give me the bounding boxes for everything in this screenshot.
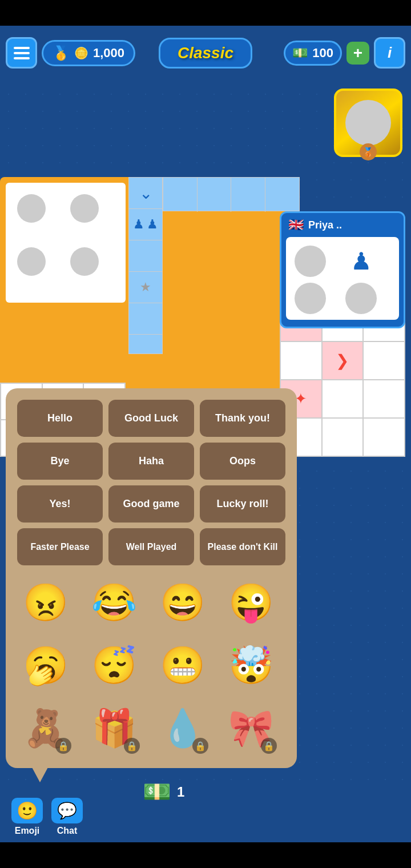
path-cell-6 [129, 335, 162, 366]
emoji-sticker-1[interactable]: 🧸🔒 [17, 700, 74, 757]
arrow-right-icon: ❯ [322, 341, 364, 380]
lock-icon-4: 🔒 [261, 738, 277, 754]
cell-4 [280, 341, 322, 380]
emoji-angry[interactable]: 😠 [17, 574, 74, 631]
cell-9 [363, 380, 405, 418]
player-avatar-frame: 🥉 [334, 89, 402, 163]
info-button[interactable]: i [374, 37, 405, 69]
chat-toolbar-btn[interactable]: 💬 Chat [51, 798, 83, 836]
dice-area: 💵 1 [143, 778, 184, 805]
blue-path-horizontal [163, 177, 300, 211]
cash-icon-small: 💵 [143, 778, 171, 805]
chat-good-game-button[interactable]: Good game [108, 485, 194, 523]
dice-count: 1 [177, 784, 184, 800]
menu-line-1 [14, 47, 30, 49]
chat-oops-button[interactable]: Oops [200, 443, 285, 480]
chat-bye-button[interactable]: Bye [17, 443, 103, 480]
emoji-sleepy[interactable]: 😴 [86, 637, 143, 694]
classic-logo: Classic [159, 38, 252, 69]
path-pieces: ♟ ♟ [129, 209, 162, 240]
chat-dont-kill-button[interactable]: Please don't Kill [200, 528, 285, 565]
header: 🥇 🪙 1,000 Classic 💵 100 + i [0, 26, 411, 80]
emoji-icon-box: 🙂 [11, 798, 43, 823]
blue-piece-path-1: ♟ [133, 217, 144, 232]
player-slot-1 [295, 246, 326, 277]
header-center: Classic [159, 38, 252, 69]
chat-good-luck-button[interactable]: Good Luck [108, 400, 194, 437]
lock-icon-1: 🔒 [55, 738, 71, 754]
emoji-surprised[interactable]: 🤯 [223, 637, 280, 694]
path-h-4 [265, 178, 300, 212]
classic-title: Classic [178, 44, 233, 62]
chat-hello-button[interactable]: Hello [17, 400, 103, 437]
player-slot-3 [295, 283, 326, 314]
path-h-1 [163, 178, 198, 212]
bottom-toolbar: 🙂 Emoji 💬 Chat [0, 791, 411, 842]
chevron-down-icon: ⌄ [129, 178, 162, 209]
coin-icon: 🪙 [74, 46, 88, 60]
cell-8 [322, 380, 364, 418]
chat-toolbar-label: Chat [57, 826, 78, 836]
emoji-grid: 😠 😂 😄 😜 🥱 😴 😬 🤯 🧸🔒 🎁🔒 💧🔒 🎀🔒 [17, 574, 285, 757]
blue-piece-path-2: ♟ [147, 217, 158, 232]
avatar-image [345, 100, 391, 146]
menu-line-2 [14, 52, 30, 54]
menu-line-3 [14, 57, 30, 59]
cell-6 [363, 341, 405, 380]
yellow-piece-3 [17, 247, 46, 276]
emoji-yawn[interactable]: 🥱 [17, 637, 74, 694]
chat-yes-button[interactable]: Yes! [17, 485, 103, 523]
medal-badge: 🥉 [360, 143, 377, 160]
emoji-nervous[interactable]: 😬 [154, 637, 211, 694]
player-panel-name: Priya .. [308, 219, 342, 231]
chat-well-played-button[interactable]: Well Played [108, 528, 194, 565]
path-cell-5 [129, 303, 162, 335]
chat-buttons-row-1: Hello Good Luck Thank you! Bye Haha Oops… [17, 400, 285, 565]
add-cash-button[interactable]: + [346, 42, 369, 65]
blue-path-vertical: ⌄ ♟ ♟ ★ [128, 177, 163, 354]
chat-panel: Hello Good Luck Thank you! Bye Haha Oops… [6, 388, 297, 768]
path-h-2 [198, 178, 232, 212]
cash-badge: 💵 100 [284, 41, 342, 66]
emoji-sticker-3[interactable]: 💧🔒 [154, 700, 211, 757]
chat-bubble-tail [31, 766, 49, 782]
yellow-piece-2 [70, 194, 99, 223]
chat-haha-button[interactable]: Haha [108, 443, 194, 480]
emoji-cry-laugh[interactable]: 😂 [86, 574, 143, 631]
emoji-toolbar-label: Emoji [15, 826, 40, 836]
header-left: 🥇 🪙 1,000 [6, 37, 135, 69]
uk-flag-icon: 🇬🇧 [288, 218, 304, 232]
path-h-3 [231, 178, 265, 212]
emoji-toolbar-btn[interactable]: 🙂 Emoji [11, 798, 43, 836]
cell-12 [363, 418, 405, 456]
trophy-icon: 🥇 [53, 45, 70, 61]
chat-icon-box: 💬 [51, 798, 83, 823]
navigation-bar [0, 842, 411, 868]
path-cell-3 [129, 240, 162, 272]
emoji-sticker-4[interactable]: 🎀🔒 [223, 700, 280, 757]
chat-lucky-roll-button[interactable]: Lucky roll! [200, 485, 285, 523]
yellow-home [6, 183, 126, 303]
cell-11 [322, 418, 364, 456]
emoji-smiley-icon: 🙂 [17, 801, 38, 821]
score-value: 1,000 [93, 46, 124, 61]
emoji-sticker-2[interactable]: 🎁🔒 [86, 700, 143, 757]
yellow-piece-1 [17, 194, 46, 223]
chat-faster-please-button[interactable]: Faster Please [17, 528, 103, 565]
status-bar [0, 0, 411, 26]
header-right: 💵 100 + i [284, 37, 405, 69]
star-icon: ★ [129, 272, 162, 303]
emoji-wink[interactable]: 😜 [223, 574, 280, 631]
cash-value: 100 [312, 46, 333, 61]
menu-button[interactable] [6, 37, 37, 69]
player-panel-header: 🇬🇧 Priya .. [281, 213, 404, 237]
avatar-frame: 🥉 [334, 89, 402, 157]
cash-icon: 💵 [292, 46, 308, 61]
blue-piece-player: ♟ [345, 246, 377, 277]
lock-icon-2: 🔒 [124, 738, 140, 754]
player-slot-4 [345, 283, 377, 314]
chat-thank-you-button[interactable]: Thank you! [200, 400, 285, 437]
player-panel-board: ♟ [286, 237, 399, 320]
emoji-grin[interactable]: 😄 [154, 574, 211, 631]
chat-bubble-icon: 💬 [57, 801, 77, 820]
